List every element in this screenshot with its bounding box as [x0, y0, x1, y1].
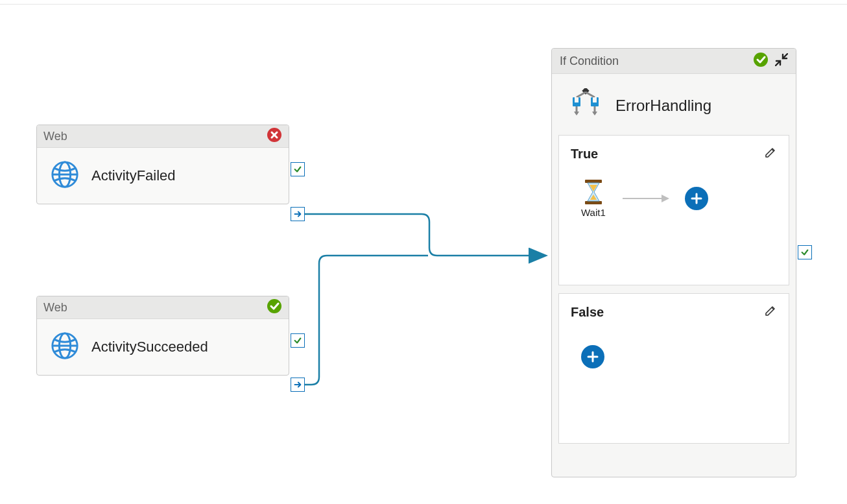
status-success-icon	[267, 298, 282, 317]
activity-type-label: Web	[43, 130, 67, 143]
if-condition-header: If Condition	[552, 49, 796, 74]
output-port-completion[interactable]	[291, 207, 305, 221]
status-failed-icon	[267, 127, 282, 146]
branch-label: False	[571, 305, 604, 320]
add-activity-button[interactable]	[685, 187, 708, 210]
branch-true[interactable]: True Wait1	[558, 135, 789, 285]
output-port-completion[interactable]	[291, 378, 305, 392]
pipeline-canvas[interactable]: Web ActivityFailed Web Activ	[0, 0, 847, 504]
activity-node-activitysucceeded[interactable]: Web ActivitySucceeded	[36, 296, 289, 376]
branch-label: True	[571, 147, 598, 162]
activity-name: Wait1	[581, 207, 606, 218]
activity-title: ActivityFailed	[91, 167, 176, 184]
activity-node-activityfailed[interactable]: Web ActivityFailed	[36, 125, 289, 204]
svg-rect-17	[593, 97, 597, 102]
web-icon	[50, 160, 80, 192]
activity-header: Web	[37, 296, 289, 319]
if-condition-node[interactable]: If Condition	[551, 48, 796, 477]
branch-false[interactable]: False	[558, 293, 789, 444]
add-activity-button[interactable]	[581, 345, 604, 368]
svg-rect-15	[575, 97, 579, 102]
collapse-icon[interactable]	[775, 53, 788, 69]
activity-header: Web	[37, 125, 289, 148]
branch-inner-arrow	[623, 198, 668, 199]
pencil-icon[interactable]	[764, 304, 777, 320]
status-success-icon	[753, 52, 769, 71]
if-condition-icon	[569, 88, 602, 123]
pencil-icon[interactable]	[764, 146, 777, 162]
svg-rect-22	[585, 201, 602, 204]
svg-point-10	[754, 53, 768, 67]
activity-title: ActivitySucceeded	[91, 339, 208, 355]
output-port-success[interactable]	[798, 245, 812, 259]
if-condition-type-label: If Condition	[560, 54, 619, 68]
if-condition-title: ErrorHandling	[615, 97, 711, 115]
svg-rect-21	[585, 180, 602, 183]
web-icon	[50, 331, 80, 363]
output-port-success[interactable]	[291, 162, 305, 176]
svg-point-5	[267, 299, 281, 313]
hourglass-icon	[582, 180, 604, 204]
output-port-success[interactable]	[291, 333, 305, 348]
activity-type-label: Web	[43, 301, 67, 315]
activity-wait1[interactable]: Wait1	[581, 180, 606, 218]
canvas-top-divider	[0, 4, 847, 5]
